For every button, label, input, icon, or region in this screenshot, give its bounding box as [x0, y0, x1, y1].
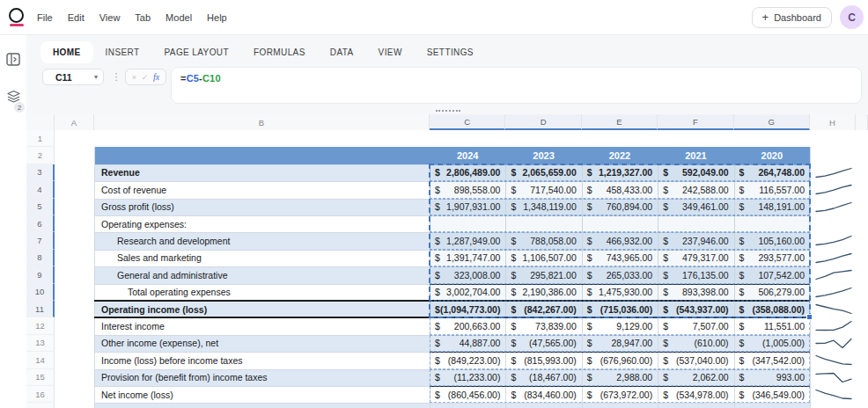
user-avatar[interactable]: C: [840, 5, 864, 29]
cell-G2[interactable]: 2020: [734, 147, 810, 164]
tab-formulas[interactable]: FORMULAS: [241, 41, 318, 63]
column-header-G[interactable]: G: [734, 114, 810, 130]
cell-F13[interactable]: $(610.00): [658, 335, 733, 352]
cell-F4[interactable]: $242,588.00: [658, 181, 733, 198]
row-header-2[interactable]: 2: [26, 147, 55, 164]
cell-G10[interactable]: $506,279.00: [734, 284, 810, 301]
cell-H4-sparkline[interactable]: [813, 183, 854, 196]
cell-D3[interactable]: $2,065,659.00: [505, 164, 581, 181]
tab-insert[interactable]: INSERT: [93, 41, 152, 63]
menu-item-view[interactable]: View: [99, 12, 121, 23]
column-header-partial[interactable]: [856, 114, 868, 130]
cell-D5[interactable]: $1,348,119.00: [505, 199, 581, 215]
cell-H11-sparkline[interactable]: [813, 302, 854, 316]
tab-page-layout[interactable]: PAGE LAYOUT: [152, 41, 242, 63]
cell-C5[interactable]: $1,907,931.00: [430, 199, 505, 215]
cell-H16-sparkline[interactable]: [813, 388, 854, 401]
cell-B6[interactable]: Operating expenses:: [94, 215, 430, 232]
menu-item-tab[interactable]: Tab: [135, 12, 151, 23]
cell-E10[interactable]: $1,475,930.00: [582, 284, 658, 301]
row-header-1[interactable]: 1: [26, 130, 55, 147]
cell-D9[interactable]: $295,821.00: [505, 266, 581, 283]
formula-bar[interactable]: =C5-C10: [171, 67, 862, 104]
cell-H10-sparkline[interactable]: [813, 286, 854, 299]
cell-B7[interactable]: Research and development: [94, 232, 430, 249]
cell-C15[interactable]: $(11,233.00): [430, 369, 505, 386]
row-header-9[interactable]: 9: [26, 266, 55, 283]
cell-E14[interactable]: $(676,960.00): [582, 352, 658, 368]
cell-D17[interactable]: $: [505, 403, 581, 408]
grid-corner[interactable]: [26, 114, 55, 130]
row-header-16[interactable]: 16: [26, 386, 55, 403]
cell-E11[interactable]: $(715,036.00): [582, 301, 658, 317]
row-header-12[interactable]: 12: [26, 317, 55, 334]
cell-G7[interactable]: $105,160.00: [734, 232, 810, 249]
row-header-10[interactable]: 10: [26, 284, 55, 301]
column-header-H[interactable]: H: [810, 114, 856, 130]
cell-G17[interactable]: $: [734, 403, 810, 408]
cell-G8[interactable]: $293,577.00: [734, 250, 810, 266]
cell-F16[interactable]: $(534,978.00): [658, 386, 733, 403]
cell-B17[interactable]: Net income (loss) per share attributable…: [94, 403, 430, 408]
cell-D14[interactable]: $(815,993.00): [505, 352, 581, 368]
column-header-A[interactable]: A: [55, 114, 94, 130]
cell-F14[interactable]: $(537,040.00): [658, 352, 733, 368]
cell-H12-sparkline[interactable]: [813, 319, 854, 332]
row-header-5[interactable]: 5: [26, 199, 55, 215]
row-header-6[interactable]: 6: [26, 215, 55, 232]
cell-B13[interactable]: Other income (expense), net: [94, 335, 430, 352]
cell-E4[interactable]: $458,433.00: [582, 181, 658, 198]
cell-C17[interactable]: $: [430, 403, 505, 408]
row-header-13[interactable]: 13: [26, 335, 55, 352]
cell-C13[interactable]: $44,887.00: [430, 335, 505, 352]
cell-G9[interactable]: $107,542.00: [734, 266, 810, 283]
cell-H9-sparkline[interactable]: [813, 268, 854, 281]
panel-drag-handle[interactable]: [436, 110, 460, 112]
cell-E3[interactable]: $1,219,327.00: [582, 164, 658, 181]
cell-F9[interactable]: $176,135.00: [658, 266, 733, 283]
cell-D4[interactable]: $717,540.00: [505, 181, 581, 198]
cell-E5[interactable]: $760,894.00: [582, 199, 658, 215]
row-header-17[interactable]: 17: [26, 403, 55, 408]
column-header-C[interactable]: C: [430, 114, 505, 130]
cell-E17[interactable]: $: [582, 403, 658, 408]
cell-B9[interactable]: General and administrative: [94, 266, 430, 283]
cell-F8[interactable]: $479,317.00: [658, 250, 733, 266]
cell-F5[interactable]: $349,461.00: [658, 199, 733, 215]
cell-D12[interactable]: $73,839.00: [505, 317, 581, 334]
cell-H8-sparkline[interactable]: [813, 251, 854, 265]
cell-D11[interactable]: $(842,267.00): [505, 301, 581, 317]
column-header-F[interactable]: F: [658, 114, 733, 130]
row-header-11[interactable]: 11: [26, 301, 55, 317]
cell-G4[interactable]: $116,557.00: [734, 181, 810, 198]
row-header-7[interactable]: 7: [26, 232, 55, 249]
cell-F7[interactable]: $237,946.00: [658, 232, 733, 249]
column-header-E[interactable]: E: [582, 114, 658, 130]
cell-D7[interactable]: $788,058.00: [505, 232, 581, 249]
cell-D2[interactable]: 2023: [505, 147, 581, 164]
cell-E13[interactable]: $28,947.00: [582, 335, 658, 352]
row-header-14[interactable]: 14: [26, 352, 55, 368]
cell-D15[interactable]: $(18,467.00): [505, 369, 581, 386]
cell-C7[interactable]: $1,287,949.00: [430, 232, 505, 249]
cell-B5[interactable]: Gross profit (loss): [94, 199, 430, 215]
cell-C4[interactable]: $898,558.00: [430, 181, 505, 198]
cell-B11[interactable]: Operating income (loss): [94, 301, 430, 317]
cell-D10[interactable]: $2,190,386.00: [505, 284, 581, 301]
cell-B16[interactable]: Net income (loss): [94, 386, 430, 403]
confirm-formula-icon[interactable]: ✓: [142, 73, 149, 82]
cell-B14[interactable]: Income (loss) before income taxes: [94, 352, 430, 368]
cell-H5-sparkline[interactable]: [813, 200, 854, 214]
menu-item-file[interactable]: File: [37, 12, 53, 23]
column-header-B[interactable]: B: [94, 114, 430, 130]
menu-item-model[interactable]: Model: [166, 12, 192, 23]
cell-B3[interactable]: Revenue: [94, 164, 430, 181]
row-header-8[interactable]: 8: [26, 250, 55, 266]
cell-E7[interactable]: $466,932.00: [582, 232, 658, 249]
menu-item-edit[interactable]: Edit: [68, 12, 85, 23]
cell-G14[interactable]: $(347,542.00): [734, 352, 810, 368]
cell-F10[interactable]: $893,398.00: [658, 284, 733, 301]
cell-G12[interactable]: $11,551.00: [734, 317, 810, 334]
cancel-formula-icon[interactable]: ×: [132, 73, 136, 82]
cell-E16[interactable]: $(673,972.00): [582, 386, 658, 403]
